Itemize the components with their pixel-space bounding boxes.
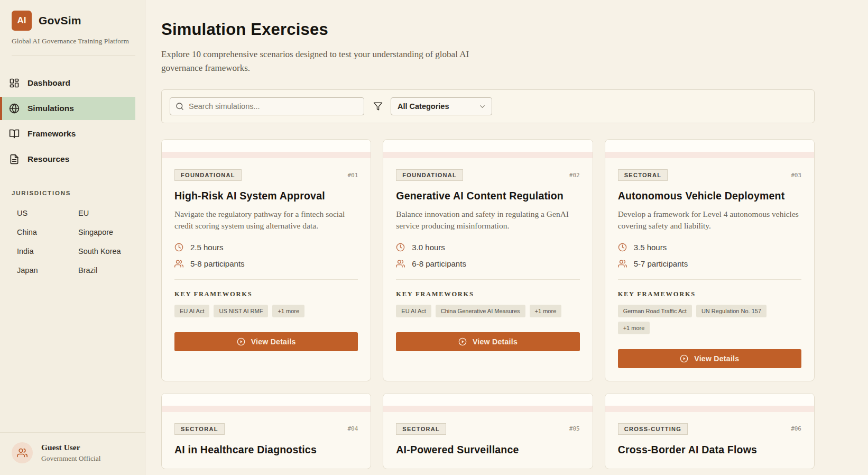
app-logo: AI [12, 11, 32, 31]
document-icon [9, 154, 20, 165]
jurisdictions-heading: JURISDICTIONS [12, 190, 145, 196]
chevron-down-icon [478, 103, 486, 111]
simulation-card: SECTORAL #05 AI-Powered Surveillance [383, 393, 593, 469]
card-accent-strip [383, 152, 592, 158]
simulation-title: AI in Healthcare Diagnostics [174, 444, 358, 456]
card-meta: 2.5 hours 5-8 participants [174, 243, 358, 268]
card-accent-strip [162, 406, 371, 412]
brand-name: GovSim [39, 14, 81, 27]
simulation-description: Navigate the regulatory pathway for a fi… [174, 208, 358, 232]
simulation-card: SECTORAL #03 Autonomous Vehicle Deployme… [605, 139, 815, 381]
framework-tag: +1 more [618, 322, 650, 334]
participants-icon [174, 259, 183, 268]
framework-tag: China Generative AI Measures [436, 305, 525, 317]
framework-tag: UN Regulation No. 157 [696, 305, 767, 317]
card-accent-strip [605, 152, 814, 158]
category-badge: FOUNDATIONAL [174, 169, 242, 181]
view-details-label: View Details [251, 337, 296, 346]
card-header-strip [162, 140, 371, 152]
simulation-title: High-Risk AI System Approval [174, 190, 358, 202]
card-divider [618, 279, 801, 280]
clock-icon [396, 243, 405, 252]
users-avatar-icon [12, 442, 33, 463]
key-frameworks-heading: KEY FRAMEWORKS [618, 290, 801, 298]
framework-tag: EU AI Act [174, 305, 209, 317]
simulation-card: FOUNDATIONAL #02 Generative AI Content R… [383, 139, 593, 381]
user-profile[interactable]: Guest User Government Official [0, 432, 145, 475]
participants-text: 6-8 participants [412, 259, 466, 268]
play-circle-icon [458, 337, 467, 346]
view-details-label: View Details [473, 337, 518, 346]
card-number: #03 [791, 172, 801, 179]
jurisdiction-china[interactable]: China [17, 228, 78, 236]
framework-tag: US NIST AI RMF [214, 305, 268, 317]
card-header-strip [605, 140, 814, 152]
simulation-title: Generative AI Content Regulation [396, 190, 579, 202]
participants-icon [396, 259, 405, 268]
search-icon [176, 102, 184, 111]
card-number: #04 [347, 425, 358, 432]
simulation-card: CROSS-CUTTING #06 Cross-Border AI Data F… [605, 393, 815, 469]
filter-toolbar: All Categories [161, 89, 815, 123]
category-select[interactable]: All Categories [391, 97, 492, 115]
sidebar: AI GovSim Global AI Governance Training … [0, 0, 145, 475]
framework-tag: +1 more [530, 305, 562, 317]
page-title: Simulation Exercises [161, 20, 815, 39]
app-window: AI GovSim Global AI Governance Training … [0, 0, 868, 475]
key-frameworks-heading: KEY FRAMEWORKS [396, 290, 579, 298]
jurisdiction-brazil[interactable]: Brazil [78, 266, 145, 275]
card-number: #01 [347, 172, 358, 179]
view-details-button[interactable]: View Details [618, 349, 801, 368]
search-input[interactable] [170, 97, 364, 115]
card-divider [174, 279, 358, 280]
sidebar-item-resources[interactable]: Resources [0, 148, 135, 171]
card-accent-strip [605, 406, 814, 412]
framework-tags: EU AI ActUS NIST AI RMF+1 more [174, 305, 358, 317]
jurisdiction-eu[interactable]: EU [78, 209, 145, 217]
category-select-value: All Categories [398, 102, 449, 111]
duration-text: 3.5 hours [634, 243, 667, 252]
simulation-description: Develop a framework for Level 4 autonomo… [618, 208, 801, 232]
category-badge: FOUNDATIONAL [396, 169, 463, 181]
view-details-button[interactable]: View Details [174, 332, 358, 351]
jurisdiction-us[interactable]: US [17, 209, 78, 217]
simulation-description: Balance innovation and safety in regulat… [396, 208, 579, 232]
jurisdiction-india[interactable]: India [17, 247, 78, 255]
sidebar-item-frameworks[interactable]: Frameworks [0, 122, 135, 145]
simulation-title: Cross-Border AI Data Flows [618, 444, 801, 456]
framework-tags: German Road Traffic ActUN Regulation No.… [618, 305, 801, 334]
simulation-title: AI-Powered Surveillance [396, 444, 579, 456]
card-meta: 3.0 hours 6-8 participants [396, 243, 579, 268]
main-content: Simulation Exercises Explore 10 comprehe… [145, 0, 868, 475]
simulation-card: SECTORAL #04 AI in Healthcare Diagnostic… [161, 393, 371, 469]
card-accent-strip [162, 152, 371, 158]
framework-tag: German Road Traffic Act [618, 305, 692, 317]
globe-icon [9, 103, 20, 114]
category-badge: SECTORAL [396, 423, 446, 435]
card-header-strip [383, 140, 592, 152]
play-circle-icon [237, 337, 245, 346]
user-name: Guest User [41, 443, 101, 452]
simulation-grid: FOUNDATIONAL #01 High-Risk AI System App… [161, 139, 815, 469]
page-subtitle: Explore 10 comprehensive scenarios desig… [161, 48, 492, 75]
participants-text: 5-8 participants [190, 259, 245, 268]
brand-header: AI GovSim [12, 11, 135, 31]
simulation-title: Autonomous Vehicle Deployment [618, 190, 801, 202]
jurisdictions-list: US EU China Singapore India South Korea … [17, 209, 145, 275]
jurisdiction-japan[interactable]: Japan [17, 266, 78, 275]
card-header-strip [162, 394, 371, 406]
duration-text: 3.0 hours [412, 243, 445, 252]
brand-tagline: Global AI Governance Training Platform [12, 37, 135, 45]
category-badge: SECTORAL [174, 423, 225, 435]
simulation-card: FOUNDATIONAL #01 High-Risk AI System App… [161, 139, 371, 381]
sidebar-item-simulations[interactable]: Simulations [0, 97, 135, 120]
card-header-strip [383, 394, 592, 406]
card-number: #06 [791, 425, 801, 432]
sidebar-divider [12, 55, 135, 56]
jurisdiction-singapore[interactable]: Singapore [78, 228, 145, 236]
view-details-button[interactable]: View Details [396, 332, 579, 351]
jurisdiction-south-korea[interactable]: South Korea [78, 247, 145, 255]
participants-text: 5-7 participants [634, 259, 688, 268]
sidebar-item-dashboard[interactable]: Dashboard [0, 71, 135, 95]
framework-tag: EU AI Act [396, 305, 431, 317]
